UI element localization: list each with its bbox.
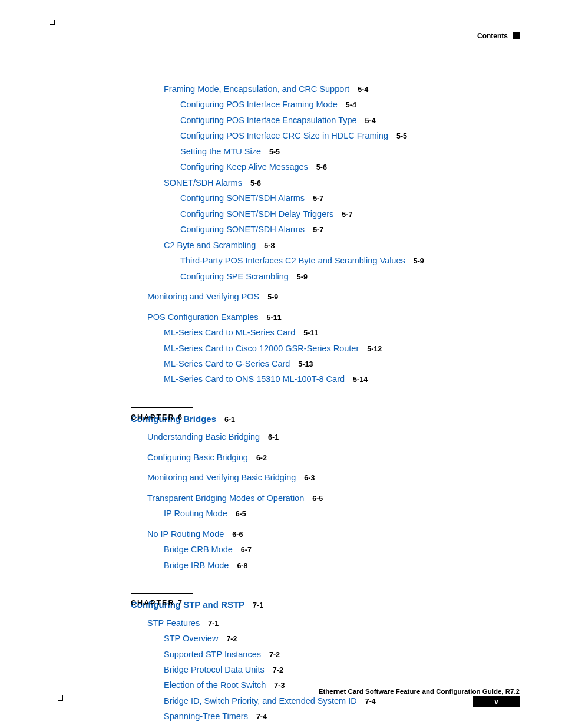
toc-link[interactable]: ML-Series Card to ML-Series Card <box>164 328 295 337</box>
toc-link[interactable]: Understanding Basic Bridging <box>147 432 260 442</box>
toc-link[interactable]: Configuring POS Interface CRC Size in HD… <box>180 131 388 140</box>
chapter-rule <box>131 407 193 409</box>
toc-entry: Creating the Spanning-Tree Topology7-4 <box>164 726 520 728</box>
toc-link[interactable]: Configuring POS Interface Framing Mode <box>180 100 338 109</box>
toc-page-ref: 6-2 <box>256 454 267 462</box>
toc-link[interactable]: POS Configuration Examples <box>147 312 259 322</box>
toc-link[interactable]: ML-Series Card to Cisco 12000 GSR-Series… <box>164 344 359 353</box>
toc-link[interactable]: Third-Party POS Interfaces C2 Byte and S… <box>180 256 405 265</box>
toc-page-ref: 5-7 <box>342 210 352 219</box>
toc-page-ref: 6-7 <box>241 546 252 554</box>
toc-page-ref: 5-11 <box>267 314 282 322</box>
toc-page-ref: 6-5 <box>312 495 323 503</box>
footer-title: Ethernet Card Software Feature and Confi… <box>319 688 520 695</box>
toc-page-ref: 5-4 <box>365 117 376 125</box>
toc-link[interactable]: Transparent Bridging Modes of Operation <box>147 493 304 503</box>
header-box-icon <box>513 32 520 39</box>
toc-page-ref: 6-1 <box>268 433 279 442</box>
toc-gap <box>51 612 520 617</box>
toc-page-ref: 7-1 <box>253 601 263 610</box>
toc-link[interactable]: IP Routing Mode <box>164 509 227 518</box>
toc-entry: Configuring SONET/SDH Delay Triggers5-7 <box>180 207 520 220</box>
toc-link[interactable]: Monitoring and Verifying POS <box>147 292 259 301</box>
toc-link[interactable]: Framing Mode, Encapsulation, and CRC Sup… <box>164 84 349 94</box>
toc-entry: IP Routing Mode6-5 <box>164 507 520 520</box>
toc-gap <box>51 306 520 311</box>
toc-entry: Understanding Basic Bridging6-1 <box>147 430 520 443</box>
toc-page-ref: 5-6 <box>316 163 327 172</box>
toc-page-ref: 7-2 <box>269 651 280 659</box>
toc-entry: Bridge IRB Mode6-8 <box>164 559 520 572</box>
chapter-label: CHAPTER 7 <box>131 598 182 609</box>
toc-link[interactable]: Configuring SONET/SDH Delay Triggers <box>180 209 333 219</box>
chapter-label-text: CHAPTER <box>131 599 178 607</box>
toc-link[interactable]: STP Features <box>147 618 200 628</box>
toc-page-ref: 5-5 <box>269 148 280 156</box>
toc-page-ref: 7-2 <box>226 635 237 643</box>
toc-entry: Configuring SONET/SDH Alarms5-7 <box>180 223 520 236</box>
header-right: Contents <box>477 32 520 40</box>
toc-entry: C2 Byte and Scrambling5-8 <box>164 239 520 252</box>
toc-link[interactable]: Configuring SONET/SDH Alarms <box>180 225 305 234</box>
toc-link[interactable]: Bridge IRB Mode <box>164 561 229 570</box>
crop-mark-bottom <box>62 695 63 701</box>
toc-link[interactable]: Supported STP Instances <box>164 650 261 659</box>
toc-page-ref: 5-9 <box>267 293 278 301</box>
toc-link[interactable]: Monitoring and Verifying Basic Bridging <box>147 473 296 482</box>
toc-page-ref: 5-9 <box>297 273 308 281</box>
toc-page-ref: 5-12 <box>367 345 382 353</box>
toc-gap <box>51 426 520 430</box>
toc-link[interactable]: Bridge CRB Mode <box>164 545 233 554</box>
toc-entry: STP Overview7-2 <box>164 632 520 645</box>
toc-link[interactable]: STP Overview <box>164 634 218 643</box>
toc-entry: POS Configuration Examples5-11 <box>147 311 520 324</box>
toc-link[interactable]: No IP Routing Mode <box>147 529 224 539</box>
toc-entry: Configuring POS Interface CRC Size in HD… <box>180 129 520 142</box>
toc-entry: Configuring Basic Bridging6-2 <box>147 451 520 464</box>
chapter-heading: CHAPTER 6Configuring Bridges6-1 <box>131 412 520 426</box>
toc-page-ref: 5-6 <box>250 179 261 187</box>
toc-page-ref: 6-6 <box>232 531 243 539</box>
toc-page-ref: 6-5 <box>236 510 246 518</box>
toc-page-ref: 6-3 <box>304 474 315 482</box>
toc-gap <box>51 446 520 451</box>
toc-link[interactable]: Configuring POS Interface Encapsulation … <box>180 116 357 125</box>
chapter-heading: CHAPTER 7Configuring STP and RSTP7-1 <box>131 598 520 611</box>
crop-mark-top <box>50 24 55 25</box>
toc-link[interactable]: Spanning-Tree Timers <box>164 711 248 721</box>
toc-entry: ML-Series Card to G-Series Card5-13 <box>164 357 520 370</box>
header-label: Contents <box>477 32 508 40</box>
toc-entry: Bridge CRB Mode6-7 <box>164 543 520 556</box>
toc-page-ref: 6-8 <box>237 562 247 570</box>
page-number-box: v <box>473 696 520 707</box>
toc-page-ref: 7-4 <box>256 713 267 721</box>
toc-entry: No IP Routing Mode6-6 <box>147 528 520 541</box>
toc-link[interactable]: Bridge Protocol Data Units <box>164 665 265 674</box>
toc-link[interactable]: Configuring SPE Scrambling <box>180 272 289 281</box>
toc-page-ref: 5-11 <box>303 329 318 337</box>
toc-page-ref: 5-5 <box>396 132 407 140</box>
chapter-rule <box>131 593 193 594</box>
toc-link[interactable]: Configuring Basic Bridging <box>147 453 248 462</box>
toc-link[interactable]: SONET/SDH Alarms <box>164 178 242 187</box>
toc-link[interactable]: ML-Series Card to G-Series Card <box>164 359 290 368</box>
toc-entry: Configuring SONET/SDH Alarms5-7 <box>180 192 520 205</box>
chapter-number: 7 <box>178 599 182 607</box>
toc-gap <box>51 523 520 528</box>
toc-page-ref: 7-3 <box>274 681 285 690</box>
toc-link[interactable]: ML-Series Card to ONS 15310 ML-100T-8 Ca… <box>164 374 345 384</box>
toc-content: Framing Mode, Encapsulation, and CRC Sup… <box>51 83 520 728</box>
toc-entry: STP Features7-1 <box>147 617 520 630</box>
toc-entry: ML-Series Card to Cisco 12000 GSR-Series… <box>164 342 520 355</box>
toc-link[interactable]: Setting the MTU Size <box>180 147 261 156</box>
toc-link[interactable]: Configuring SONET/SDH Alarms <box>180 193 305 203</box>
toc-entry: Spanning-Tree Timers7-4 <box>164 710 520 723</box>
toc-entry: Configuring POS Interface Framing Mode5-… <box>180 98 520 111</box>
toc-page-ref: 6-1 <box>224 416 235 424</box>
footer-rule <box>51 701 503 701</box>
toc-link[interactable]: Election of the Root Switch <box>164 680 266 690</box>
toc-link[interactable]: C2 Byte and Scrambling <box>164 241 256 250</box>
toc-link[interactable]: Configuring Keep Alive Messages <box>180 162 308 172</box>
toc-entry: Configuring Keep Alive Messages5-6 <box>180 160 520 173</box>
toc-entry: Configuring SPE Scrambling5-9 <box>180 270 520 283</box>
